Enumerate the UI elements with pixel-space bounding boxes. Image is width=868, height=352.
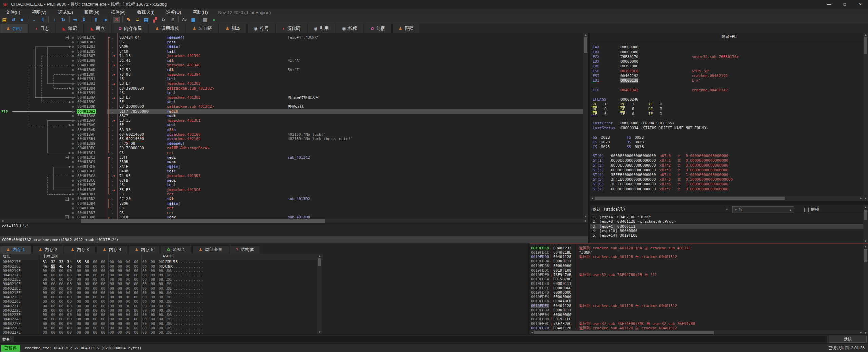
stack-row[interactable]: 0019FDD000401128返回到 crackme.sub_401128 自… (530, 255, 868, 259)
tab-句柄[interactable]: ✿句柄 (364, 24, 392, 33)
breakpoint-dot-icon[interactable]: ● (72, 49, 74, 54)
dump-row[interactable]: 0040219E00000000000000000000000000000000… (0, 269, 315, 273)
disasm-row[interactable]: ●004013AF│.68 60214000push crackme.40216… (0, 132, 588, 137)
disassembly-pane[interactable]: EIP −●0040137E┌.8B7424 04mov esi,dword p… (0, 33, 588, 219)
stack-row[interactable]: 0019FE08└0019FEEC (530, 317, 868, 321)
tab-CPU[interactable]: ♟CPU (0, 24, 28, 33)
tab-引用[interactable]: ◉引用 (308, 24, 335, 33)
tab-断点[interactable]: ◣断点 (84, 24, 111, 33)
disasm-row[interactable]: −●004013C2┌.33FFxor edi,edisub_4013C2 (0, 155, 588, 160)
breakpoint-dot-icon[interactable]: ● (72, 91, 74, 95)
execute-till-return-icon[interactable]: ⇑ (92, 16, 100, 23)
argument-row[interactable]: 2: [esp+8] 00401128 <crackme.WndProc> (590, 219, 866, 224)
unlock-checkbox[interactable] (803, 205, 810, 214)
registers-vscrollbar[interactable]: ▲▼ (863, 33, 868, 201)
dump-row[interactable]: 0040217E31323334353600000000000000000000… (0, 260, 315, 264)
disasm-row[interactable]: ●0040138F│.▼73 03jae crackme.401394 (0, 72, 588, 77)
tab-线程[interactable]: ◉线程 (336, 24, 363, 33)
dump-row[interactable]: 004021BE00000000000000000000000000000000… (0, 277, 315, 282)
breakpoint-dot-icon[interactable]: ● (72, 164, 74, 169)
stop-icon[interactable]: ■ (18, 16, 26, 23)
breakpoint-dot-icon[interactable]: ● (72, 206, 74, 210)
dump-row[interactable]: 004021CE00000000000000000000000000000000… (0, 282, 315, 286)
breakpoint-dot-icon[interactable]: ● (72, 114, 74, 118)
chevron-down-icon[interactable]: ▾ (726, 205, 728, 214)
stack-row[interactable]: 0019FDF000000000 (530, 290, 868, 295)
stack-row[interactable]: 0019FDCC0040218E"JUNK" (530, 250, 868, 255)
tab-日志[interactable]: ◗日志 (29, 24, 55, 33)
stack-row[interactable]: 0019FDE4001507DC (530, 277, 868, 281)
disasm-row[interactable]: ●0040139A│.▲EB E7jmp crackme.401383将name… (0, 95, 588, 100)
breakpoint-dot-icon[interactable]: ● (72, 44, 74, 49)
open-file-icon[interactable]: ▤ (0, 16, 9, 23)
patches-icon[interactable]: ≡ (133, 16, 142, 23)
tab-SEH链[interactable]: ♟SEH链 (186, 24, 219, 33)
disasm-row[interactable]: ●0040138D│.3C 5Acmp al,5A5A:'Z' (0, 67, 588, 72)
disasm-row[interactable]: −●004013D8┌.33C0xor eax,eaxsub_4013D8 (0, 215, 588, 219)
breakpoint-dot-icon[interactable]: ● (72, 137, 74, 141)
fx-icon[interactable]: fx (159, 16, 168, 23)
disasm-row[interactable]: ●00401389│.3C 41cmp al,4141:'A' (0, 58, 588, 63)
breakpoint-dot-icon[interactable]: ● (72, 169, 74, 173)
dump-row[interactable]: 0040222E00000000000000000000000000000000… (0, 308, 315, 313)
minimize-button[interactable]: — (821, 0, 837, 9)
stack-row[interactable]: 0019FDD400000111 (530, 259, 868, 263)
breakpoint-dot-icon[interactable]: ● (72, 197, 74, 201)
disasm-row[interactable]: ●004013CF│.▲EB F5jmp crackme.4013C6 (0, 188, 588, 192)
stack-row[interactable]: 0019FDC800401232返回到 crackme.sub_401128+1… (530, 246, 868, 250)
menu-item[interactable]: 插件(P) (105, 9, 131, 15)
breakpoint-dot-icon[interactable]: ● (72, 215, 74, 219)
breakpoint-dot-icon[interactable]: ● (72, 67, 74, 72)
breakpoint-dot-icon[interactable]: ● (72, 100, 74, 104)
argument-row[interactable]: 5: [esp+14] 0019FE08 (590, 233, 866, 238)
dump-row[interactable]: 004021EE00000000000000000000000000000000… (0, 291, 315, 295)
stack-row[interactable]: 0019FDFC00401128返回到 crackme.sub_401128 自… (530, 304, 868, 308)
argument-row[interactable]: 3: [esp+C] 00000111 (590, 224, 866, 229)
dump-row[interactable]: 0040225E00000000000000000000000000000000… (0, 321, 315, 326)
argument-row[interactable]: 4: [esp+10] 00000000 (590, 229, 866, 233)
disasm-row[interactable]: ●00401399│.46inc esi (0, 91, 588, 95)
disasm-row[interactable]: ●004013C6│.8A1Emov bl,byte ptr ds:[esi] (0, 164, 588, 169)
breakpoint-dot-icon[interactable]: ● (72, 132, 74, 137)
menu-item[interactable]: 调试(D) (52, 9, 79, 15)
disasm-row[interactable]: ●00401383│.8A06mov al,byte ptr ds:[esi] (0, 44, 588, 49)
memory-dump-pane[interactable]: 地址 十六进制 ASCII 0040217E313233343536000000… (0, 243, 323, 334)
argument-row[interactable]: 1: [esp+4] 0040218E "JUNK" (590, 215, 866, 219)
breakpoint-dot-icon[interactable]: ● (72, 86, 74, 91)
stack-row[interactable]: 0019FDD800000000 (530, 263, 868, 268)
arguments-vscrollbar[interactable]: ▲▼ (863, 205, 868, 243)
stack-row[interactable]: 0019FDE0┌76E947AB返回到 user32.sub_76E94780… (530, 273, 868, 277)
disasm-row[interactable]: ●00401387│.▼74 13je crackme.40139C (0, 54, 588, 58)
breakpoint-dot-icon[interactable]: ● (72, 155, 74, 160)
breakpoint-dot-icon[interactable]: ● (72, 178, 74, 183)
disasm-row[interactable]: ●004013CE│.46inc esi (0, 183, 588, 188)
breakpoint-dot-icon[interactable]: ● (72, 146, 74, 150)
memory-map-icon[interactable]: ▤ (142, 16, 151, 23)
breakpoint-dot-icon[interactable]: ● (72, 151, 74, 155)
disasm-row[interactable]: −●004013D2┌.2C 20sub al,20sub_4013D2 (0, 197, 588, 201)
disasm-row[interactable]: ●004013D7 .C3ret (0, 211, 588, 215)
breakpoint-dot-icon[interactable]: ● (72, 174, 74, 178)
disasm-row[interactable]: ●004013BC│.E8 79000000call <JMP.&Message… (0, 146, 588, 151)
disasm-hscrollbar[interactable]: ◀▶ (0, 219, 588, 223)
disasm-row[interactable]: ●004013D6└.C3ret (0, 206, 588, 211)
dump-row[interactable]: 0040223E00000000000000000000000000000000… (0, 313, 315, 317)
run-to-cursor-icon[interactable]: ⇒ (71, 16, 80, 23)
stack-row[interactable]: 0019FE0C┌76E752AC返回到 user32.sub_76E74F00… (530, 321, 868, 326)
run-icon[interactable]: → (29, 16, 38, 23)
disasm-row[interactable]: ●00401385│.84C0test al,al (0, 49, 588, 54)
tab-跟踪[interactable]: ♟跟踪 (392, 24, 420, 33)
breakpoint-dot-icon[interactable]: ● (72, 54, 74, 58)
tab-源代码[interactable]: ◗源代码 (276, 24, 307, 33)
dump-row[interactable]: 004021FE00000000000000000000000000000000… (0, 295, 315, 299)
disasm-row[interactable]: ●004013B9│.FF75 08push dword ptr ss:[ebp… (0, 141, 588, 146)
run-to-user-code-icon[interactable]: ⇥ (100, 16, 109, 23)
menu-item[interactable]: 选项(O) (160, 9, 187, 15)
disasm-row[interactable]: ●004013D1└.C3ret (0, 192, 588, 197)
hide-fpu-button[interactable]: 隐藏FPU (590, 33, 868, 41)
disasm-row[interactable]: ●004013A8│.8BC7mov eax,edi (0, 114, 588, 118)
disasm-row[interactable]: ●004013AC│.5Epop esi (0, 123, 588, 128)
breakpoint-dot-icon[interactable]: ● (72, 128, 74, 132)
breakpoint-dot-icon[interactable]: ● (72, 77, 74, 81)
breakpoint-dot-icon[interactable]: ● (72, 201, 74, 206)
